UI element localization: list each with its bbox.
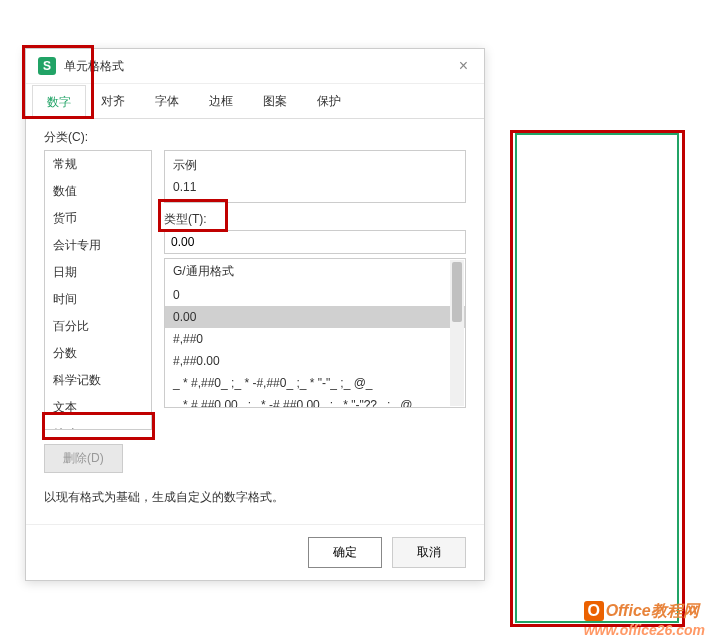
category-list[interactable]: 常规数值货币会计专用日期时间百分比分数科学记数文本特殊自定义 xyxy=(44,150,152,430)
sample-box: 示例 0.11 xyxy=(164,150,466,203)
watermark-line2: www.office26.com xyxy=(584,622,705,638)
format-item[interactable]: G/通用格式 xyxy=(165,259,465,284)
dialog-body: 分类(C): 常规数值货币会计专用日期时间百分比分数科学记数文本特殊自定义 删除… xyxy=(26,119,484,524)
category-item[interactable]: 百分比 xyxy=(45,313,151,340)
category-item[interactable]: 常规 xyxy=(45,151,151,178)
category-item[interactable]: 分数 xyxy=(45,340,151,367)
cancel-button[interactable]: 取消 xyxy=(392,537,466,568)
tab-字体[interactable]: 字体 xyxy=(140,84,194,118)
category-item[interactable]: 货币 xyxy=(45,205,151,232)
close-icon[interactable]: × xyxy=(455,57,472,75)
scrollbar[interactable] xyxy=(450,260,464,406)
category-item[interactable]: 文本 xyxy=(45,394,151,421)
format-item[interactable]: 0 xyxy=(165,284,465,306)
format-list[interactable]: G/通用格式00.00#,##0#,##0.00_ * #,##0_ ;_ * … xyxy=(164,258,466,408)
column-selection-green xyxy=(515,133,679,623)
watermark: OOffice教程网 www.office26.com xyxy=(584,601,705,638)
dialog-tabs: 数字对齐字体边框图案保护 xyxy=(26,84,484,119)
dialog-titlebar: S 单元格格式 × xyxy=(26,49,484,84)
format-item[interactable]: 0.00 xyxy=(165,306,465,328)
category-item[interactable]: 时间 xyxy=(45,286,151,313)
column-highlight-red xyxy=(510,130,685,627)
hint-text: 以现有格式为基础，生成自定义的数字格式。 xyxy=(44,489,466,506)
delete-button[interactable]: 删除(D) xyxy=(44,444,123,473)
format-item[interactable]: #,##0.00 xyxy=(165,350,465,372)
cell-format-dialog: S 单元格格式 × 数字对齐字体边框图案保护 分类(C): 常规数值货币会计专用… xyxy=(25,48,485,581)
watermark-icon: O xyxy=(584,601,604,621)
dialog-title: 单元格格式 xyxy=(64,58,455,75)
dialog-footer: 确定 取消 xyxy=(26,524,484,580)
sample-value: 0.11 xyxy=(173,178,457,196)
category-label: 分类(C): xyxy=(44,129,466,146)
format-item[interactable]: #,##0 xyxy=(165,328,465,350)
category-item[interactable]: 数值 xyxy=(45,178,151,205)
type-label: 类型(T): xyxy=(164,211,466,228)
tab-边框[interactable]: 边框 xyxy=(194,84,248,118)
category-item[interactable]: 会计专用 xyxy=(45,232,151,259)
app-icon: S xyxy=(38,57,56,75)
watermark-line1: Office教程网 xyxy=(606,602,699,619)
tab-对齐[interactable]: 对齐 xyxy=(86,84,140,118)
category-item[interactable]: 科学记数 xyxy=(45,367,151,394)
format-item[interactable]: _ * #,##0_ ;_ * -#,##0_ ;_ * "-"_ ;_ @_ xyxy=(165,372,465,394)
category-item[interactable]: 日期 xyxy=(45,259,151,286)
ok-button[interactable]: 确定 xyxy=(308,537,382,568)
scroll-thumb[interactable] xyxy=(452,262,462,322)
tab-图案[interactable]: 图案 xyxy=(248,84,302,118)
category-item[interactable]: 特殊 xyxy=(45,421,151,430)
tab-数字[interactable]: 数字 xyxy=(32,85,86,119)
sample-label: 示例 xyxy=(173,157,457,174)
tab-保护[interactable]: 保护 xyxy=(302,84,356,118)
format-item[interactable]: _ * #,##0.00_ ;_ * -#,##0.00_ ;_ * "-"??… xyxy=(165,394,465,408)
type-input[interactable] xyxy=(164,230,466,254)
